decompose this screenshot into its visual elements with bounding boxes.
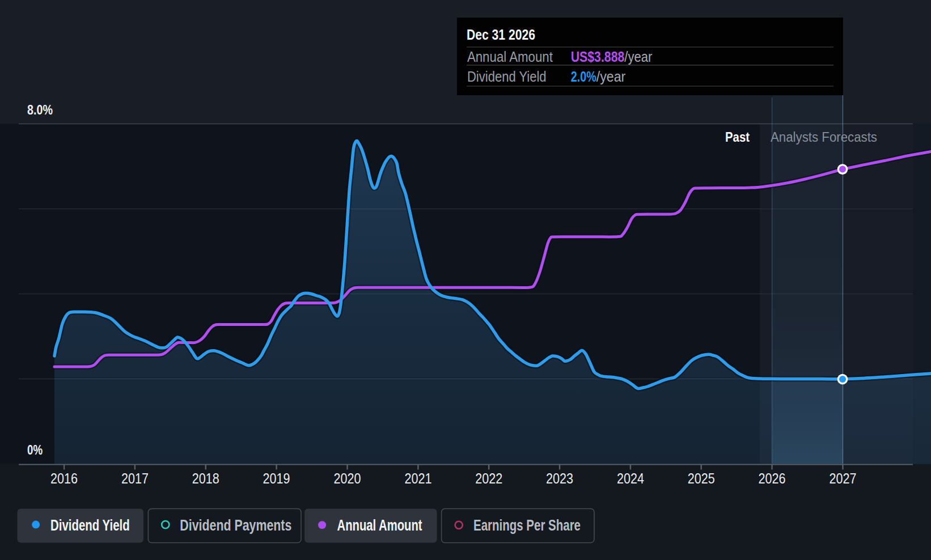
svg-text:2021: 2021 [404, 470, 431, 486]
svg-text:US$3.888: US$3.888 [571, 49, 625, 65]
svg-text:2024: 2024 [617, 470, 644, 486]
svg-text:2018: 2018 [192, 470, 219, 486]
svg-text:Dividend Payments: Dividend Payments [180, 516, 291, 534]
svg-text:2016: 2016 [50, 470, 78, 486]
svg-text:2017: 2017 [121, 470, 149, 486]
svg-text:/year: /year [596, 69, 626, 84]
svg-text:2020: 2020 [334, 470, 361, 486]
svg-text:2026: 2026 [759, 470, 786, 486]
svg-text:Dec 31 2026: Dec 31 2026 [467, 27, 535, 43]
svg-text:Dividend Yield: Dividend Yield [50, 516, 130, 534]
svg-text:8.0%: 8.0% [27, 102, 53, 117]
svg-text:2023: 2023 [546, 470, 573, 486]
svg-text:2025: 2025 [688, 470, 715, 486]
svg-text:2027: 2027 [829, 470, 856, 486]
svg-text:Analysts Forecasts: Analysts Forecasts [771, 130, 877, 145]
svg-text:Past: Past [725, 130, 750, 145]
svg-text:/year: /year [624, 49, 652, 65]
svg-text:Earnings Per Share: Earnings Per Share [473, 516, 581, 534]
svg-text:2022: 2022 [475, 470, 502, 486]
svg-text:Dividend Yield: Dividend Yield [467, 69, 547, 84]
svg-text:Annual Amount: Annual Amount [337, 516, 422, 534]
svg-text:Annual Amount: Annual Amount [467, 49, 553, 65]
svg-text:2.0%: 2.0% [571, 69, 596, 84]
svg-text:2019: 2019 [263, 470, 290, 486]
svg-text:0%: 0% [27, 442, 43, 457]
